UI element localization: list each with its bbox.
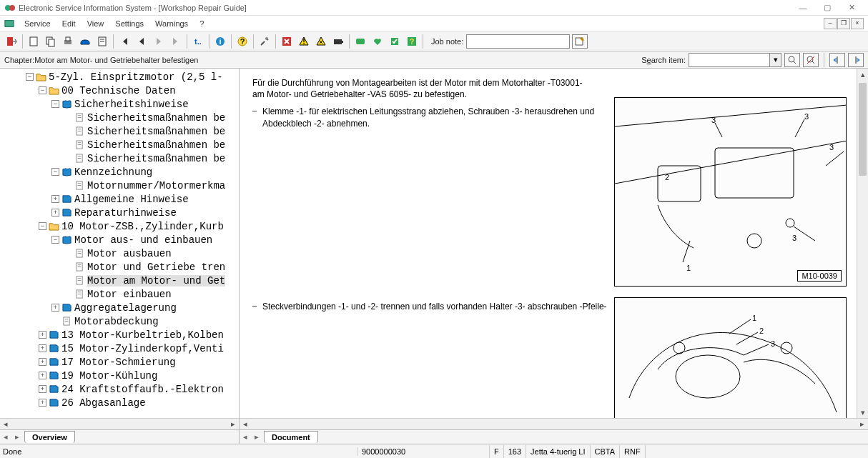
menu-edit[interactable]: Edit [61,18,77,29]
doc-hscroll[interactable]: ◂▸ [240,418,868,429]
expander-icon[interactable]: + [39,385,46,393]
tree-node[interactable]: −Kennzeichnung [0,165,239,179]
collapse-out-icon[interactable] [848,53,864,67]
tab-next-icon[interactable]: ▸ [11,431,23,444]
last-icon[interactable] [168,34,184,49]
tab-overview[interactable]: Overview [24,431,75,443]
tree-node[interactable]: −5-Zyl. Einspritzmotor (2,5 l- [0,70,239,84]
tree-hscroll[interactable]: ◂▸ [0,418,239,429]
print-icon[interactable] [60,34,76,49]
tree-node[interactable]: Sicherheitsmaßnahmen be [0,138,239,151]
expander-icon[interactable]: + [39,399,46,407]
expander-icon[interactable]: − [39,86,46,94]
warn1-icon[interactable] [279,34,295,49]
tab-prev-icon[interactable]: ◂ [240,431,251,444]
expander-icon[interactable]: − [51,236,59,244]
maximize-button[interactable]: ▢ [815,1,839,15]
tree-node[interactable]: +Aggregatelagerung [0,301,239,314]
scroll-right-icon[interactable]: ▸ [857,419,868,429]
tree-node-selected[interactable]: Motor am Motor- und Get [0,274,239,287]
greenq-icon[interactable]: ? [404,34,420,49]
expander-icon[interactable]: − [51,168,59,176]
help-icon[interactable]: ? [235,34,250,49]
tab-prev-icon[interactable]: ◂ [0,431,11,444]
green1-icon[interactable] [352,34,368,49]
menu-service[interactable]: Service [23,18,52,29]
job-note-button[interactable] [572,34,588,49]
tree-node[interactable]: −10 Motor-ZSB.,Zylinder,Kurb [0,219,239,233]
prev-icon[interactable] [134,34,149,49]
tree-node[interactable]: +19 Motor-Kühlung [0,369,239,382]
mdi-close-button[interactable]: × [851,18,864,29]
menu-settings[interactable]: Settings [114,18,145,29]
scroll-thumb[interactable] [859,83,867,176]
tree-node[interactable]: −Sicherheitshinweise [0,97,239,111]
menu-help[interactable]: ? [198,18,205,29]
expander-icon[interactable]: + [51,209,59,216]
tree-node[interactable]: +15 Motor-Zylinderkopf,Venti [0,342,239,355]
new-doc-icon[interactable] [26,34,41,49]
tree-node[interactable]: Sicherheitsmaßnahmen be [0,111,239,124]
green2-icon[interactable] [370,34,385,49]
tree-node[interactable]: +17 Motor-Schmierung [0,355,239,369]
expander-icon[interactable]: + [39,358,46,366]
info-icon[interactable]: i [212,34,228,49]
scroll-down-icon[interactable]: ▾ [857,407,868,418]
chevron-down-icon[interactable]: ▾ [769,54,781,66]
menu-warnings[interactable]: Warnings [154,18,189,29]
report-icon[interactable] [94,34,110,49]
search-go-button[interactable] [784,53,800,67]
collapse-in-icon[interactable] [829,53,845,67]
scroll-left-icon[interactable]: ◂ [0,419,11,429]
mdi-minimize-button[interactable]: – [824,18,837,29]
menu-view[interactable]: View [86,18,106,29]
job-note-input[interactable] [466,34,570,49]
tree-node[interactable]: +26 Abgasanlage [0,396,239,409]
warn3-icon[interactable] [313,34,329,49]
tree-node[interactable]: +Allgemeine Hinweise [0,192,239,206]
mdi-restore-button[interactable]: ❐ [837,18,850,29]
tree-body[interactable]: −5-Zyl. Einspritzmotor (2,5 l- −00 Techn… [0,69,239,418]
first-icon[interactable] [117,34,132,49]
tree-node[interactable]: Motornummer/Motormerkma [0,179,239,192]
doc-vscroll[interactable]: ▴ ▾ [857,69,868,418]
scroll-up-icon[interactable]: ▴ [857,69,868,80]
scroll-right-icon[interactable]: ▸ [227,419,239,429]
tools-icon[interactable] [257,34,272,49]
tree-node[interactable]: +24 Kraftstoffaufb.-Elektron [0,382,239,396]
vehicle-icon[interactable] [77,34,93,49]
close-button[interactable]: ✕ [839,1,864,15]
text-tool-icon[interactable]: t.. [190,34,206,49]
copy-icon[interactable] [43,34,59,49]
exit-icon[interactable] [4,34,19,49]
expander-icon[interactable]: − [26,73,34,81]
search-clear-button[interactable] [803,53,819,67]
green3-icon[interactable] [387,34,403,49]
tab-document[interactable]: Document [264,431,318,443]
expander-icon[interactable]: + [39,331,46,339]
tab-next-icon[interactable]: ▸ [251,431,262,444]
battery-icon[interactable] [330,34,346,49]
tree-node[interactable]: +13 Motor-Kurbeltrieb,Kolben [0,328,239,342]
expander-icon[interactable]: + [51,304,59,312]
tree-node[interactable]: Motorabdeckung [0,314,239,328]
tree-node[interactable]: Sicherheitsmaßnahmen be [0,124,239,138]
tree-node[interactable]: Sicherheitsmaßnahmen be [0,151,239,165]
expander-icon[interactable]: + [39,372,46,379]
tree-node[interactable]: −Motor aus- und einbauen [0,233,239,247]
scroll-left-icon[interactable]: ◂ [240,419,251,429]
expander-icon[interactable]: − [39,222,46,230]
expander-icon[interactable]: + [39,344,46,352]
tree-node[interactable]: Motor einbauen [0,287,239,301]
next-icon[interactable] [151,34,167,49]
job-note-label: Job note: [431,37,463,46]
tree-node[interactable]: Motor ausbauen [0,247,239,260]
expander-icon[interactable]: + [51,195,59,203]
tree-node[interactable]: −00 Technische Daten [0,84,239,97]
expander-icon[interactable]: − [51,100,59,108]
tree-node[interactable]: Motor und Getriebe tren [0,260,239,274]
tree-node[interactable]: +Reparaturhinweise [0,206,239,219]
search-combo[interactable]: ▾ [689,53,781,67]
minimize-button[interactable]: — [791,1,815,15]
warn2-icon[interactable]: ! [296,34,312,49]
